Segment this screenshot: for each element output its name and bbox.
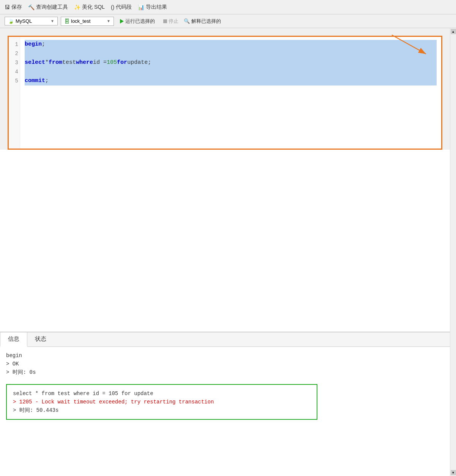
scrollbar-up-arrow[interactable]: ▲: [451, 29, 456, 34]
code-line: [25, 49, 437, 58]
export-label: 导出结果: [146, 4, 167, 11]
save-label: 保存: [11, 4, 22, 11]
code-editor[interactable]: 12345 begin; select * from test where id…: [9, 37, 441, 149]
mysql-label: MySQL: [16, 18, 32, 24]
code-line: select * from test where id = 105 for up…: [25, 58, 437, 67]
code-line: begin;: [25, 40, 437, 49]
line-numbers: 12345: [9, 37, 20, 149]
editor-section: 12345 begin; select * from test where id…: [0, 28, 450, 476]
mysql-icon: 🍃: [8, 18, 14, 24]
line-number: 3: [11, 58, 18, 67]
output-line: begin: [6, 351, 444, 360]
output-boxed-line: > 1205 - Lock wait timeout exceeded; try…: [13, 398, 311, 406]
editor-empty-area: [0, 150, 450, 332]
output-boxed-line: select * from test where id = 105 for up…: [13, 389, 311, 398]
main-area: 12345 begin; select * from test where id…: [0, 28, 456, 476]
query-tool-button[interactable]: 🔨 查询创建工具: [28, 4, 68, 11]
code-line: commit;: [25, 76, 437, 85]
snippet-label: 代码段: [116, 4, 132, 11]
beautify-icon: ✨: [74, 4, 80, 10]
beautify-button[interactable]: ✨ 美化 SQL: [74, 4, 105, 11]
output-normal: begin> OK> 时间: 0s: [6, 351, 444, 376]
snippet-icon: (): [111, 4, 114, 10]
bottom-panel: 信息状态 begin> OK> 时间: 0s select * from tes…: [0, 332, 450, 476]
toolbar: 🖫 保存 🔨 查询创建工具 ✨ 美化 SQL () 代码段 📊 导出结果: [0, 0, 456, 14]
export-icon: 📊: [138, 4, 144, 10]
tab-信息[interactable]: 信息: [0, 332, 27, 347]
database-dropdown-arrow: ▼: [107, 19, 110, 23]
explain-label: 解释已选择的: [191, 18, 221, 25]
explain-button[interactable]: 🔍 解释已选择的: [184, 18, 221, 25]
snippet-button[interactable]: () 代码段: [111, 4, 132, 11]
code-content[interactable]: begin; select * from test where id = 105…: [20, 37, 441, 149]
database-icon: 🗄: [64, 18, 69, 24]
database-label: lock_test: [71, 18, 90, 24]
line-number: 1: [11, 40, 18, 49]
tabs-bar: 信息状态: [0, 332, 450, 347]
mysql-dropdown-arrow: ▼: [50, 19, 54, 23]
output-area: begin> OK> 时间: 0s select * from test whe…: [0, 347, 450, 424]
output-line: > OK: [6, 360, 444, 368]
scrollbar-down-arrow[interactable]: ▼: [451, 470, 456, 475]
run-button[interactable]: 运行已选择的: [117, 17, 158, 26]
stop-label: 停止: [169, 18, 178, 25]
code-line: [25, 67, 437, 76]
output-boxed: select * from test where id = 105 for up…: [6, 384, 317, 420]
output-line: > 时间: 0s: [6, 368, 444, 376]
output-boxed-line: > 时间: 50.443s: [13, 406, 311, 414]
save-button[interactable]: 🖫 保存: [5, 4, 22, 11]
explain-icon: 🔍: [184, 18, 190, 24]
play-icon: [120, 19, 124, 24]
editor-wrapper: 12345 begin; select * from test where id…: [8, 36, 442, 150]
stop-button[interactable]: 停止: [161, 17, 181, 26]
mysql-dropdown[interactable]: 🍃 MySQL ▼: [5, 17, 58, 25]
scrollbar-track[interactable]: ▲ ▼: [450, 28, 456, 476]
export-button[interactable]: 📊 导出结果: [138, 4, 167, 11]
query-tool-icon: 🔨: [28, 4, 35, 10]
run-label: 运行已选择的: [125, 18, 155, 25]
query-tool-label: 查询创建工具: [36, 4, 68, 11]
beautify-label: 美化 SQL: [82, 4, 105, 11]
save-icon: 🖫: [5, 4, 10, 10]
line-number: 4: [11, 67, 18, 76]
database-dropdown[interactable]: 🗄 lock_test ▼: [61, 17, 114, 26]
connection-bar: 🍃 MySQL ▼ 🗄 lock_test ▼ 运行已选择的 停止 🔍 解释已选…: [0, 14, 456, 28]
stop-icon: [163, 19, 167, 23]
line-number: 2: [11, 49, 18, 58]
tab-状态[interactable]: 状态: [27, 332, 54, 346]
line-number: 5: [11, 76, 18, 85]
